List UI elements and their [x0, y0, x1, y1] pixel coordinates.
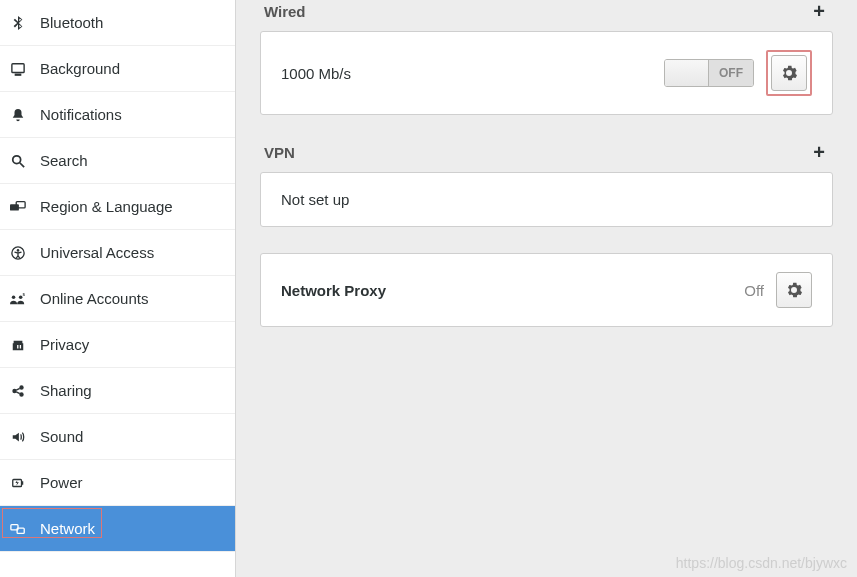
- add-wired-button[interactable]: +: [809, 0, 829, 23]
- svg-rect-12: [17, 345, 18, 349]
- sidebar-item-label: Universal Access: [40, 244, 154, 261]
- proxy-panel: Network Proxy Off: [260, 253, 833, 327]
- sidebar-item-label: Search: [40, 152, 88, 169]
- vpn-title: VPN: [264, 144, 295, 161]
- background-icon: [10, 61, 26, 77]
- vpn-section-header: VPN +: [260, 141, 833, 172]
- sidebar-item-power[interactable]: Power: [0, 460, 235, 506]
- sidebar-item-search[interactable]: Search: [0, 138, 235, 184]
- svg-point-7: [17, 249, 20, 252]
- sidebar-item-label: Online Accounts: [40, 290, 148, 307]
- svg-point-2: [13, 155, 21, 163]
- wired-toggle[interactable]: OFF: [664, 59, 754, 87]
- svg-point-16: [19, 392, 23, 396]
- sidebar-item-background[interactable]: Background: [0, 46, 235, 92]
- region-icon: [10, 199, 26, 215]
- svg-text:s: s: [22, 292, 25, 297]
- accessibility-icon: [10, 245, 26, 261]
- sidebar-item-online-accounts[interactable]: s Online Accounts: [0, 276, 235, 322]
- sidebar-item-label: Background: [40, 60, 120, 77]
- highlight-annotation: [766, 50, 812, 96]
- sidebar-item-notifications[interactable]: Notifications: [0, 92, 235, 138]
- gear-icon: [781, 65, 797, 81]
- sidebar-item-network[interactable]: Network: [0, 506, 235, 552]
- svg-rect-1: [15, 74, 20, 75]
- sidebar-item-label: Network: [40, 520, 95, 537]
- sharing-icon: [10, 383, 26, 399]
- proxy-title: Network Proxy: [281, 282, 386, 299]
- wired-speed: 1000 Mb/s: [281, 65, 351, 82]
- svg-point-8: [12, 295, 16, 299]
- sidebar-item-label: Power: [40, 474, 83, 491]
- search-icon: [10, 153, 26, 169]
- toggle-handle: [665, 60, 709, 86]
- privacy-icon: [10, 337, 26, 353]
- toggle-state: OFF: [709, 60, 753, 86]
- svg-point-15: [19, 385, 23, 389]
- svg-rect-20: [22, 481, 24, 485]
- svg-rect-0: [12, 63, 24, 72]
- svg-point-14: [12, 388, 16, 392]
- sidebar-item-sharing[interactable]: Sharing: [0, 368, 235, 414]
- sidebar-item-label: Sharing: [40, 382, 92, 399]
- sidebar-item-label: Sound: [40, 428, 83, 445]
- sidebar-item-label: Notifications: [40, 106, 122, 123]
- online-accounts-icon: s: [10, 291, 26, 307]
- sidebar-item-label: Bluetooth: [40, 14, 103, 31]
- sound-icon: [10, 429, 26, 445]
- vpn-status: Not set up: [281, 191, 349, 208]
- svg-line-17: [16, 388, 20, 390]
- watermark: https://blog.csdn.net/bjywxc: [676, 555, 847, 571]
- bell-icon: [10, 107, 26, 123]
- proxy-status: Off: [744, 282, 764, 299]
- svg-line-3: [20, 162, 24, 166]
- network-icon: [10, 521, 26, 537]
- sidebar-item-sound[interactable]: Sound: [0, 414, 235, 460]
- sidebar-item-privacy[interactable]: Privacy: [0, 322, 235, 368]
- wired-panel: 1000 Mb/s OFF: [260, 31, 833, 115]
- sidebar-item-label: Region & Language: [40, 198, 173, 215]
- sidebar-item-universal-access[interactable]: Universal Access: [0, 230, 235, 276]
- wired-settings-button[interactable]: [771, 55, 807, 91]
- svg-rect-13: [20, 345, 21, 349]
- sidebar-item-region-language[interactable]: Region & Language: [0, 184, 235, 230]
- bluetooth-icon: [10, 15, 26, 31]
- sidebar-item-bluetooth[interactable]: Bluetooth: [0, 0, 235, 46]
- svg-rect-11: [15, 345, 16, 349]
- wired-title: Wired: [264, 3, 306, 20]
- settings-sidebar: Bluetooth Background Notifications Searc…: [0, 0, 236, 577]
- svg-line-18: [16, 391, 20, 393]
- gear-icon: [786, 282, 802, 298]
- proxy-settings-button[interactable]: [776, 272, 812, 308]
- vpn-panel: Not set up: [260, 172, 833, 227]
- add-vpn-button[interactable]: +: [809, 141, 829, 164]
- power-icon: [10, 475, 26, 491]
- wired-section-header: Wired +: [260, 0, 833, 31]
- sidebar-item-label: Privacy: [40, 336, 89, 353]
- main-content: Wired + 1000 Mb/s OFF VPN + Not set up: [236, 0, 857, 577]
